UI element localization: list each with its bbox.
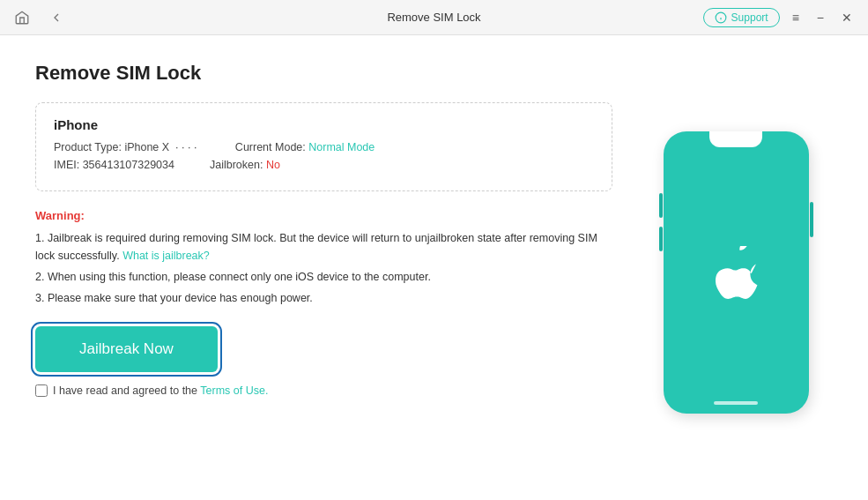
device-name: iPhone — [54, 117, 594, 132]
device-card: iPhone Product Type: iPhone X · · · · Cu… — [35, 102, 612, 191]
terms-of-use-link[interactable]: Terms of Use. — [200, 384, 268, 397]
product-type-item: Product Type: iPhone X · · · · — [54, 141, 200, 153]
jailbroken-item: Jailbroken: No — [210, 159, 280, 171]
warning-label: Warning: — [35, 209, 612, 222]
menu-button[interactable]: ≡ — [787, 7, 805, 28]
phone-body — [664, 131, 809, 414]
warning-line-2: 2. When using this function, please conn… — [35, 268, 612, 286]
terms-checkbox[interactable] — [35, 384, 48, 397]
phone-home-bar — [714, 401, 758, 405]
apple-logo-icon — [714, 246, 758, 299]
right-panel — [639, 62, 833, 482]
title-bar-left — [11, 6, 67, 29]
jailbroken-label: Jailbroken: — [210, 159, 263, 171]
terms-label[interactable]: I have read and agreed to the Terms of U… — [53, 384, 268, 397]
minimize-button[interactable]: − — [812, 7, 829, 28]
support-label: Support — [731, 11, 768, 24]
terms-row: I have read and agreed to the Terms of U… — [35, 384, 612, 397]
phone-illustration — [664, 131, 809, 414]
warning-line-1: 1. Jailbreak is required during removing… — [35, 229, 612, 265]
product-type-value: iPhone X · · · · — [124, 141, 199, 153]
jailbreak-button-wrapper: Jailbreak Now — [35, 326, 612, 372]
current-mode-value: Normal Mode — [308, 141, 375, 153]
imei-item: IMEI: 356413107329034 — [54, 159, 174, 171]
phone-vol-up — [659, 193, 663, 218]
product-type-label: Product Type: — [54, 141, 122, 153]
imei-value: 356413107329034 — [83, 159, 174, 171]
jailbreak-info-link[interactable]: What is jailbreak? — [122, 250, 210, 262]
device-info-row-1: Product Type: iPhone X · · · · Current M… — [54, 141, 594, 153]
imei-label: IMEI: — [54, 159, 79, 171]
title-bar: Remove SIM Lock Support ≡ − ✕ — [0, 0, 868, 35]
home-button[interactable] — [11, 6, 33, 29]
page-title: Remove SIM Lock — [35, 62, 612, 85]
phone-vol-down — [659, 227, 663, 251]
support-button[interactable]: Support — [703, 8, 780, 27]
phone-side-button — [810, 202, 813, 237]
warning-line-3: 3. Please make sure that your device has… — [35, 289, 612, 307]
window-title: Remove SIM Lock — [387, 11, 480, 24]
title-bar-right: Support ≡ − ✕ — [703, 7, 857, 28]
back-button[interactable] — [46, 7, 67, 28]
main-content: Remove SIM Lock iPhone Product Type: iPh… — [0, 35, 868, 500]
current-mode-label: Current Mode: — [235, 141, 306, 153]
phone-notch — [709, 131, 762, 147]
current-mode-item: Current Mode: Normal Mode — [235, 141, 375, 153]
device-info-row-2: IMEI: 356413107329034 Jailbroken: No — [54, 159, 594, 171]
jailbreak-now-button[interactable]: Jailbreak Now — [35, 326, 218, 372]
left-panel: Remove SIM Lock iPhone Product Type: iPh… — [35, 62, 639, 482]
jailbroken-value: No — [266, 159, 280, 171]
warning-section: Warning: 1. Jailbreak is required during… — [35, 209, 612, 307]
close-button[interactable]: ✕ — [836, 7, 857, 28]
